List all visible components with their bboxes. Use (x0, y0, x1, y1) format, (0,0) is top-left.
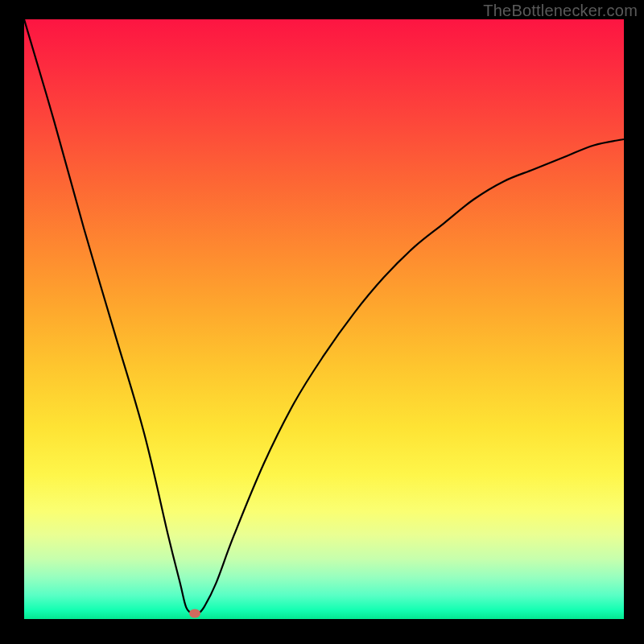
chart-frame: TheBottlenecker.com (0, 0, 644, 644)
watermark-text: TheBottlenecker.com (483, 2, 638, 20)
bottleneck-curve (24, 19, 624, 619)
optimum-marker (189, 609, 200, 617)
plot-area (24, 19, 624, 619)
curve-path (24, 19, 624, 614)
